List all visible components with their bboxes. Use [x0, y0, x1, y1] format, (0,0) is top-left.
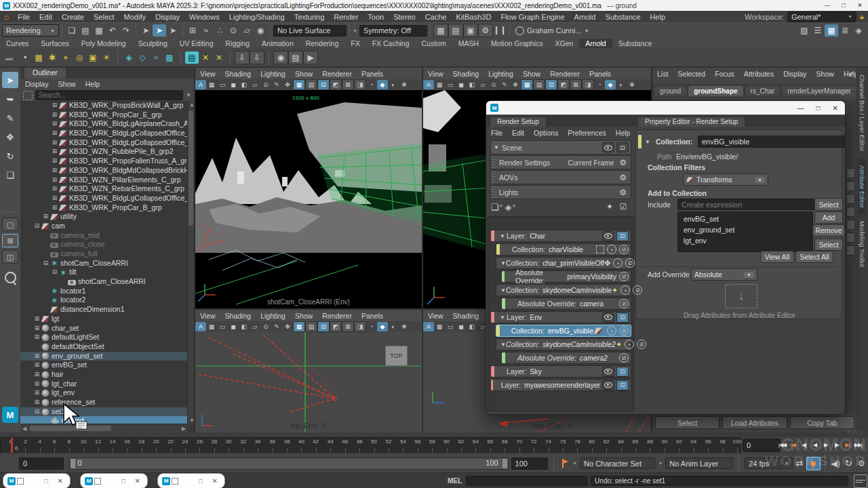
expand-toggle-icon[interactable]: ⊞	[51, 176, 58, 185]
menu-item-display[interactable]: Display	[778, 70, 811, 78]
expand-caret-icon[interactable]: ▼	[498, 314, 507, 321]
restore-button[interactable]: □	[44, 478, 47, 485]
expand-toggle-icon[interactable]: ⊞	[33, 388, 41, 398]
menu-item-modify[interactable]: Modify	[119, 13, 151, 21]
shelf-tab-surfaces[interactable]: Surfaces	[35, 39, 75, 48]
dock-tab-channel-box-layer-editor[interactable]: Channel Box / Layer Editor	[859, 68, 866, 159]
use-default-material-icon[interactable]: ◨	[354, 79, 366, 90]
layer-renderable-icon[interactable]: ⊡	[616, 312, 629, 323]
expand-toggle-icon[interactable]: ⊞	[51, 110, 58, 120]
camera-attributes-icon[interactable]: ▱	[250, 80, 260, 89]
render-settings-icon[interactable]: ⚙	[478, 24, 493, 37]
bookmark-icon[interactable]: ⊙	[260, 80, 271, 89]
time-slider[interactable]: 0246810121416182022242628303234363840424…	[0, 437, 741, 454]
account-chip[interactable]: Graham Cunni... ▼	[515, 26, 589, 35]
motion-blur-icon[interactable]: ❋	[627, 80, 637, 89]
layout-four-pane[interactable]: ⊞	[2, 234, 18, 247]
snap-curve-icon[interactable]: ≈	[199, 24, 213, 37]
settings-gear-icon[interactable]: ⚙	[619, 158, 627, 167]
outliner-item-kb3d-wrk-bldgmdcollapsedbrickhouse-a-grp[interactable]: ⊞KB3D_WRK_BldgMdCollapsedBrickHouse_A_gr…	[20, 166, 188, 176]
expand-toggle-icon[interactable]: ⊞	[33, 333, 41, 342]
menu-item-shading[interactable]: Shading	[448, 312, 484, 320]
checklist-icon[interactable]: ☑	[616, 201, 630, 213]
shadows-icon[interactable]: ◆	[377, 322, 388, 331]
outliner-tab[interactable]: Outliner	[24, 68, 66, 79]
shelf-tab-fx[interactable]: FX	[344, 39, 366, 48]
move-tool[interactable]: ✥	[2, 129, 18, 145]
snap-plane-icon[interactable]: ▱	[240, 24, 254, 37]
next-key-button[interactable]: ▶|	[842, 439, 852, 451]
outliner-item-distancedimension1[interactable]: distanceDimension1	[20, 305, 188, 314]
menu-item-lighting[interactable]: Lighting	[484, 70, 518, 78]
disable-icon[interactable]: ⊘	[619, 272, 629, 281]
menu-item-show[interactable]: Show	[290, 312, 317, 320]
current-frame-field[interactable]: 0	[743, 439, 781, 452]
field-chart-icon[interactable]: ◧	[467, 322, 477, 331]
lighting-all-icon[interactable]: ◔	[594, 80, 605, 89]
isolate-icon[interactable]: ●	[607, 326, 616, 336]
field-chart-icon[interactable]: ◧	[239, 80, 250, 89]
shelf-tab-curves[interactable]: Curves	[0, 39, 35, 48]
charset-arrow-icon[interactable]: ▼	[572, 461, 577, 466]
menu-item-list[interactable]: List	[652, 70, 673, 78]
outliner-item-lgt-env[interactable]: ⊞lgt_env	[20, 388, 188, 398]
dock-tab-modeling-toolkit[interactable]: Modeling Toolkit	[859, 214, 866, 274]
expand-toggle-icon[interactable]: ⊞	[51, 101, 58, 110]
menu-item-shading[interactable]: Shading	[448, 70, 484, 78]
expand-toggle-icon[interactable]: ⊞	[51, 194, 58, 203]
animation-preferences-icon[interactable]: ⚙	[855, 458, 868, 470]
arnold-area-light-icon[interactable]: ▦	[32, 52, 45, 64]
anim-start-field[interactable]: 0	[19, 458, 64, 470]
pan-zoom-icon[interactable]: ✥	[510, 80, 521, 89]
arnold-shader-manager-icon[interactable]: ⇩	[250, 51, 264, 64]
menu-item-panels[interactable]: Panels	[357, 70, 388, 78]
render-setup-tab[interactable]: Render Setup	[490, 117, 546, 127]
outliner-item-envbg-set[interactable]: ⊞envBG_set	[20, 361, 188, 370]
menu-item-substance[interactable]: Substance	[600, 13, 645, 21]
collection-filter-dropdown[interactable]: Transforms▼	[683, 174, 768, 186]
outliner-item-char-set[interactable]: ⊞char_set	[20, 324, 188, 333]
menu-item-show[interactable]: Show	[812, 70, 839, 78]
outliner-item-lgt-char[interactable]: ⊞lgt_char	[20, 380, 188, 389]
outliner-hscrollbar[interactable]: ◀▶	[20, 424, 188, 432]
viewport-persp-shotcam[interactable]: ViewShadingLightingShowRendererPanels A▦…	[195, 68, 422, 308]
shaded-icon[interactable]: ◩	[330, 321, 342, 332]
settings-gear-icon[interactable]: ⚙	[619, 173, 627, 182]
expand-toggle-icon[interactable]: ⊞	[33, 380, 41, 389]
menu-item-shading[interactable]: Shading	[220, 70, 256, 78]
ae-tab-rs-char[interactable]: rs_Char	[745, 86, 781, 96]
range-end-handle[interactable]	[502, 459, 507, 468]
save-scene-icon[interactable]: ▦	[92, 24, 106, 37]
rs-collection-skydomecaminvisible2[interactable]: ▼Collection:skydomeCamInvisible2✦●⊘	[496, 338, 631, 350]
layer-visibility-icon[interactable]	[602, 231, 614, 241]
home-icon[interactable]: ⌂	[4, 12, 9, 22]
expand-toggle-icon[interactable]: ⊞	[33, 352, 41, 361]
disable-icon[interactable]: ⊘	[619, 326, 629, 336]
outliner-item-kb3d-wrk-bldglgcollapsedoffice-a-grp1[interactable]: ⊞KB3D_WRK_BldgLgCollapsedOffice_A_grp1	[20, 129, 188, 138]
outliner-item-defaultobjectset[interactable]: defaultObjectSet	[20, 342, 188, 352]
ssao-icon[interactable]: ◐	[616, 80, 627, 89]
textured-icon[interactable]: ⊠	[570, 79, 582, 90]
menu-item-file[interactable]: File	[486, 129, 507, 137]
camera-letterbox-icon[interactable]: A	[195, 322, 206, 331]
menu-item-help[interactable]: Help	[645, 13, 670, 21]
select-tool[interactable]: ➤	[2, 72, 18, 88]
gate-mask-icon[interactable]: ◼	[228, 80, 239, 89]
layout-single-pane[interactable]: ▢	[2, 218, 18, 231]
view-all-button[interactable]: View All	[760, 251, 794, 263]
menu-item-display[interactable]: Display	[151, 13, 184, 21]
panel-grid-icon[interactable]: ▦	[825, 24, 838, 37]
paint-select-tool[interactable]: ✎	[2, 110, 18, 126]
menu-item-attributes[interactable]: Attributes	[739, 70, 778, 78]
menu-item-focus[interactable]: Focus	[710, 70, 739, 78]
new-scene-icon[interactable]: ❏	[65, 24, 79, 37]
include-select-button[interactable]: Select	[814, 198, 843, 211]
lock-workspace-icon[interactable]: 🔒︎	[860, 12, 864, 21]
playblast-icon[interactable]: ▶	[303, 51, 318, 64]
expand-toggle-icon[interactable]: ⊞	[51, 129, 58, 138]
menu-item-lighting[interactable]: Lighting	[256, 312, 290, 320]
create-layer-icon[interactable]: ❏⁺	[490, 201, 504, 213]
close-button[interactable]: ✕	[852, 2, 868, 9]
top-canvas[interactable]: TOP top (Env) -Y	[195, 332, 422, 432]
bookmark-icon[interactable]: ⊙	[488, 80, 499, 89]
